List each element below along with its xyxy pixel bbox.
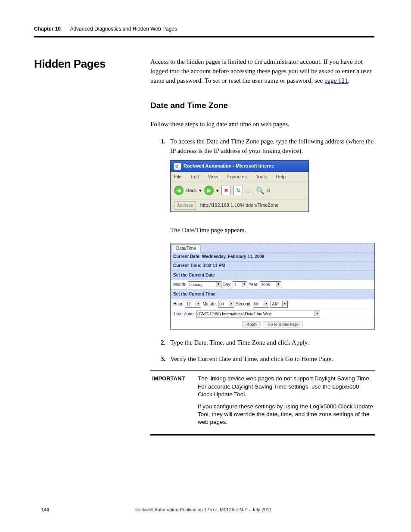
- date-row: Month: January Day: 1 Year: 2005: [171, 280, 374, 289]
- step-1: To access the Date and Time Zone page, t…: [161, 137, 375, 330]
- apply-button[interactable]: Apply: [243, 321, 261, 327]
- address-url[interactable]: http://192.168.1.10/Hidden/TimeZone: [199, 201, 305, 210]
- step-2: Type the Date, Time, and Time Zone and c…: [161, 338, 375, 348]
- step-1-text: To access the Date and Time Zone page, t…: [170, 138, 374, 154]
- menu-edit[interactable]: Edit: [191, 174, 199, 179]
- year-select[interactable]: 2005: [260, 281, 281, 288]
- forward-icon[interactable]: ►: [204, 186, 214, 195]
- important-p2: If you configure these settings by using…: [198, 403, 373, 426]
- datetime-panel-figure: Date/Time Current Date: Wednesday, Febru…: [170, 243, 375, 330]
- running-header: Chapter 10 Advanced Diagnostics and Hidd…: [34, 26, 374, 32]
- important-box: IMPORTANT The linking device web pages d…: [150, 370, 375, 435]
- important-tag: IMPORTANT: [152, 375, 198, 430]
- page-number: 140: [41, 507, 49, 512]
- forward-dropdown[interactable]: ▾: [216, 187, 219, 194]
- publication-info: Rockwell Automation Publication 1757-UM0…: [134, 507, 272, 512]
- month-label: Month:: [173, 282, 187, 288]
- tab-row: Date/Time: [171, 243, 374, 252]
- chapter-number: Chapter 10: [34, 26, 61, 32]
- browser-menubar: File Edit View Favorites Tools Help: [171, 172, 308, 183]
- year-label: Year:: [249, 282, 258, 288]
- menu-view[interactable]: View: [208, 174, 218, 179]
- button-row: Apply Go to Home Page: [171, 319, 374, 329]
- stop-icon[interactable]: ✖: [221, 186, 231, 195]
- second-select[interactable]: 00: [253, 301, 269, 308]
- tab-datetime[interactable]: Date/Time: [171, 244, 201, 253]
- search-letter: S: [267, 187, 270, 194]
- set-date-header: Set the Current Date: [171, 271, 374, 280]
- day-label: Day:: [223, 282, 232, 288]
- intro-text-2: .: [348, 77, 350, 84]
- hour-select[interactable]: 12: [185, 301, 201, 308]
- hour-label: Hour:: [173, 301, 184, 308]
- day-select[interactable]: 1: [233, 281, 247, 288]
- ie-icon: [174, 163, 181, 170]
- step-2-text: Type the Date, Time, and Time Zone and c…: [170, 339, 309, 346]
- time-row: Hour: 12 Minute: 00 Second: 00 AM: [171, 299, 374, 309]
- important-p1: The linking device web pages do not supp…: [198, 375, 373, 398]
- home-page-button[interactable]: Go to Home Page: [264, 321, 302, 327]
- tz-row: Time Zone: (GMT-12:00) International Dat…: [171, 309, 374, 319]
- chapter-title: Advanced Diagnostics and Hidden Web Page…: [70, 26, 177, 32]
- section-title: Hidden Pages: [34, 57, 150, 71]
- current-time-band: Current Time: 3:02:11 PM: [171, 261, 374, 271]
- minute-select[interactable]: 00: [218, 301, 234, 308]
- browser-addressbar: Address http://192.168.1.10/Hidden/TimeZ…: [171, 199, 308, 212]
- caption-after-browser: The Date/Time page appears.: [170, 226, 375, 235]
- address-label: Address: [174, 201, 196, 210]
- back-icon[interactable]: ◄: [174, 186, 184, 195]
- header-rule: [34, 36, 374, 37]
- browser-toolbar: ◄ Back ▾ ► ▾ ✖ ↻ ⌂ 🔍 S: [171, 182, 308, 199]
- menu-tools[interactable]: Tools: [256, 174, 267, 179]
- menu-help[interactable]: Help: [276, 174, 286, 179]
- browser-title-text: Rockwell Automation - Microsoft Interne: [184, 163, 274, 170]
- month-select[interactable]: January: [188, 281, 221, 288]
- set-time-header: Set the Current Time: [171, 289, 374, 299]
- step-3: Verify the Current Date and Time, and cl…: [161, 355, 375, 364]
- back-dropdown[interactable]: ▾: [199, 187, 202, 194]
- subsection-title: Date and Time Zone: [150, 101, 375, 110]
- search-icon[interactable]: 🔍: [256, 186, 265, 196]
- lead-text: Follow these steps to log date and time …: [150, 120, 375, 129]
- page-footer: 140 Rockwell Automation Publication 1757…: [41, 507, 374, 512]
- browser-window-figure: Rockwell Automation - Microsoft Interne …: [170, 160, 309, 212]
- home-icon[interactable]: ⌂: [246, 185, 250, 196]
- menu-favorites[interactable]: Favorites: [227, 174, 247, 179]
- ampm-select[interactable]: AM: [271, 301, 288, 308]
- menu-file[interactable]: File: [174, 174, 182, 179]
- current-date-band: Current Date: Wednesday, February 11, 20…: [171, 252, 374, 261]
- step-3-text: Verify the Current Date and Time, and cl…: [170, 355, 333, 362]
- refresh-icon[interactable]: ↻: [234, 186, 243, 195]
- page-link[interactable]: page 121: [324, 77, 348, 84]
- intro-paragraph: Access to the hidden pages is limited to…: [150, 57, 375, 85]
- tz-label: Time Zone:: [173, 311, 195, 317]
- minute-label: Minute:: [202, 301, 217, 308]
- browser-titlebar: Rockwell Automation - Microsoft Interne: [171, 161, 308, 172]
- tz-select[interactable]: (GMT-12:00) International Date Line West: [196, 311, 320, 317]
- back-label[interactable]: Back: [186, 187, 196, 194]
- second-label: Second:: [236, 301, 252, 308]
